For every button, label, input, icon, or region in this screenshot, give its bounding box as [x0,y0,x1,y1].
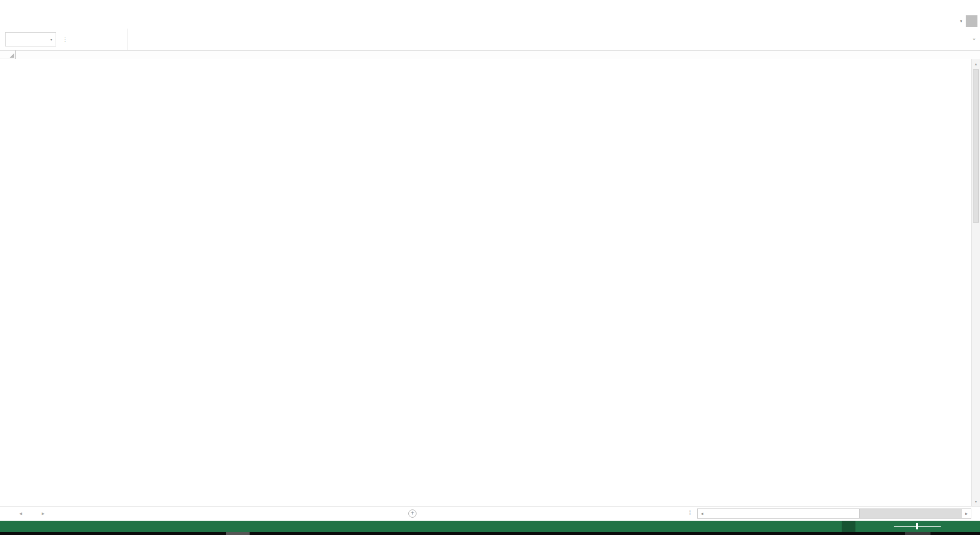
user-avatar-icon[interactable] [966,15,977,27]
horizontal-scrollbar[interactable]: ◄ ► [697,508,971,519]
name-box[interactable]: ▾ [5,32,56,46]
name-box-dropdown-icon[interactable]: ▾ [47,37,56,42]
formula-bar-grip[interactable]: ⋮ [62,35,68,43]
cancel-icon[interactable] [70,32,86,46]
zoom-slider[interactable] [894,521,941,532]
scrollbar-resize-grip[interactable]: ⁞ [689,509,691,517]
status-bar-right [842,521,977,532]
title-bar [0,0,980,13]
sheet-scroll-left-icon[interactable]: ◄ [18,506,23,521]
vertical-scrollbar[interactable]: ▲ ▼ [971,59,980,506]
horizontal-scroll-thumb[interactable] [706,509,860,518]
formula-bar-expand-icon[interactable]: ⌄ [972,35,976,41]
column-headers [16,51,980,59]
sheet-tab-strip: ◄ ► + ⁞ ◄ ► [0,506,980,521]
taskbar-item [905,532,930,535]
vertical-scroll-thumb[interactable] [973,69,979,223]
formula-bar-row: ▾ ⋮ ⌄ [0,29,980,51]
horizontal-scroll-track[interactable] [706,509,962,518]
sheet-scroll-right-icon[interactable]: ► [41,506,45,521]
status-bar [0,521,980,532]
formula-input[interactable] [128,29,967,50]
user-dropdown-icon: ▾ [960,19,962,23]
excel-window: ▾ ▾ ⋮ ⌄ ▲ ▼ ◄ ► + ⁞ ◄ [0,0,980,535]
taskbar-strip [0,532,980,535]
scroll-down-icon[interactable]: ▼ [972,497,980,505]
scroll-left-icon[interactable]: ◄ [698,509,706,518]
page-layout-view-button[interactable] [855,521,869,532]
page-break-view-button[interactable] [869,521,883,532]
normal-view-button[interactable] [842,521,855,532]
scroll-right-icon[interactable]: ► [962,509,971,518]
add-sheet-button[interactable]: + [408,509,416,518]
scroll-up-icon[interactable]: ▲ [972,60,980,68]
column-header-row [0,51,980,59]
enter-icon[interactable] [87,32,102,46]
user-account[interactable]: ▾ [957,13,977,29]
ribbon-tab-bar: ▾ [0,13,980,29]
select-all-button[interactable] [0,51,16,59]
taskbar-item [226,532,250,535]
worksheet-grid [0,59,971,506]
zoom-slider-handle[interactable] [916,523,918,529]
insert-function-icon[interactable] [104,32,119,46]
select-all-triangle-icon [10,53,14,58]
window-title [0,0,980,13]
